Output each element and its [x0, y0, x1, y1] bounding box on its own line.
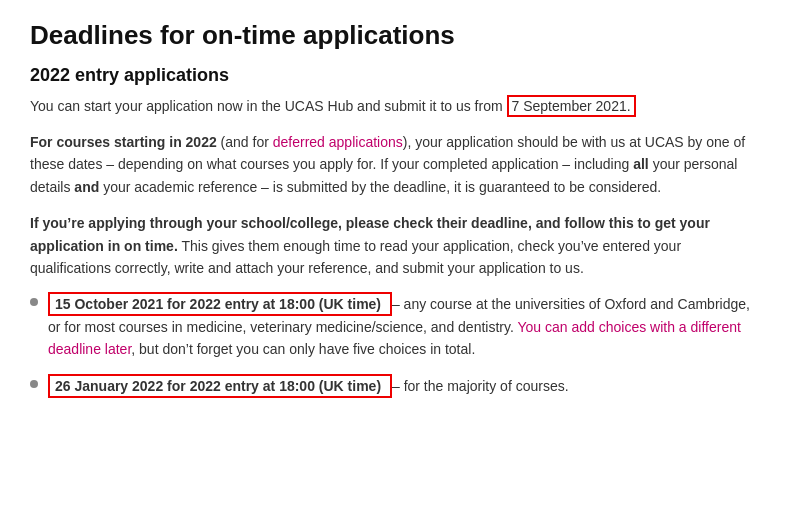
date-highlight: 7 September 2021.	[507, 95, 636, 117]
deadline-october-box: 15 October 2021 for 2022 entry at 18:00 …	[48, 292, 392, 316]
deadline-january-label: 26 January 2022 for 2022 entry	[55, 378, 259, 394]
deadline-october-text: 15 October 2021 for 2022 entry at 18:00 …	[48, 293, 760, 360]
section-heading: 2022 entry applications	[30, 65, 760, 86]
bullet-dot-january	[30, 380, 38, 388]
para1-text4: your academic reference – is submitted b…	[99, 179, 661, 195]
deadline-january-text: 26 January 2022 for 2022 entry at 18:00 …	[48, 375, 569, 397]
deferred-applications-link[interactable]: deferred applications	[273, 134, 403, 150]
deadline-october-label: 15 October 2021 for 2022 entry	[55, 296, 259, 312]
bold-all: all	[633, 156, 649, 172]
bold-courses-2022: For courses starting in 2022	[30, 134, 217, 150]
deadline-january-description: – for the majority of courses.	[392, 378, 569, 394]
intro-paragraph: You can start your application now in th…	[30, 96, 760, 117]
paragraph-school-college: If you’re applying through your school/c…	[30, 212, 760, 279]
deadline-item-january: 26 January 2022 for 2022 entry at 18:00 …	[30, 375, 760, 397]
deadline-october-description2: , but don’t forget you can only have fiv…	[131, 341, 475, 357]
bold-and: and	[74, 179, 99, 195]
paragraph-courses-2022: For courses starting in 2022 (and for de…	[30, 131, 760, 198]
deadline-january-time: at 18:00 (UK time)	[259, 378, 381, 394]
para1-text1: (and for	[217, 134, 273, 150]
deadline-october-time: at 18:00 (UK time)	[259, 296, 381, 312]
page-title: Deadlines for on-time applications	[30, 20, 760, 51]
intro-text-before: You can start your application now in th…	[30, 98, 507, 114]
deadline-item-october: 15 October 2021 for 2022 entry at 18:00 …	[30, 293, 760, 360]
bullet-dot-october	[30, 298, 38, 306]
deadline-january-box: 26 January 2022 for 2022 entry at 18:00 …	[48, 374, 392, 398]
